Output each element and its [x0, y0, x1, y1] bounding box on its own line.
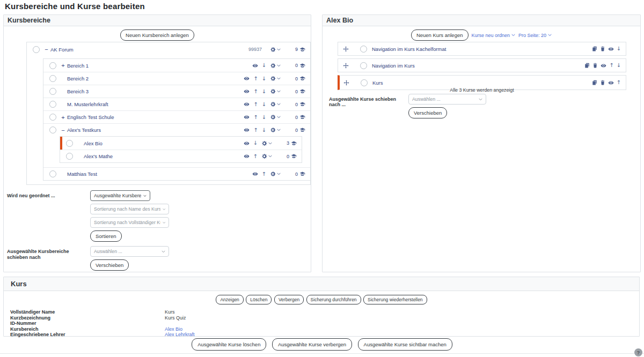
category-checkbox[interactable] — [66, 140, 73, 147]
trash-icon[interactable] — [600, 80, 605, 85]
gear-icon[interactable] — [270, 47, 276, 53]
sort-button[interactable]: Sortieren — [90, 230, 122, 242]
move-categories-button[interactable]: Verschieben — [90, 259, 129, 271]
gear-menu[interactable] — [270, 76, 281, 81]
move-down-icon[interactable]: ↓ — [262, 102, 266, 107]
eye-icon[interactable] — [244, 140, 250, 146]
move-down-icon[interactable]: ↓ — [253, 140, 258, 146]
category-checkbox[interactable] — [49, 101, 56, 108]
collapse-toggle[interactable]: − — [59, 127, 67, 133]
move-down-icon[interactable]: ↓ — [262, 115, 266, 120]
category-checkbox[interactable] — [66, 153, 73, 160]
course-checkbox[interactable] — [360, 62, 367, 69]
hide-selected-courses-button[interactable]: Ausgewählte Kurse verbergen — [272, 338, 352, 351]
category-name-link[interactable]: Bereich 3 — [67, 88, 89, 94]
category-row[interactable]: − Alex's Testkurs ↑ ↓ 0 — [43, 123, 310, 136]
move-courses-button[interactable]: Verschieben — [408, 107, 447, 118]
move-up-icon[interactable]: ↑ — [253, 154, 258, 159]
category-row[interactable]: + Bereich 1 ↓ 0 — [43, 59, 310, 72]
move-down-icon[interactable]: ↓ — [262, 76, 266, 81]
restore-course-button[interactable]: Sicherung wiederherstellen — [363, 295, 427, 304]
move-up-icon[interactable]: ↑ — [617, 80, 621, 85]
category-checkbox[interactable] — [33, 46, 40, 53]
delete-selected-courses-button[interactable]: Ausgewählte Kurse löschen — [192, 338, 266, 351]
category-row[interactable]: + Englisch Test Schule ↑ ↓ 0 — [43, 110, 310, 123]
move-up-icon[interactable]: ↑ — [253, 102, 258, 107]
eye-icon[interactable] — [608, 46, 614, 52]
eye-icon[interactable] — [244, 153, 250, 159]
gear-menu[interactable] — [261, 153, 272, 159]
category-checkbox[interactable] — [49, 127, 56, 133]
move-down-icon[interactable]: ↓ — [262, 89, 266, 94]
category-name-link[interactable]: Alex Bio — [84, 140, 103, 146]
gear-menu[interactable] — [270, 63, 281, 69]
show-course-button[interactable]: Anzeigen — [216, 295, 243, 304]
category-row[interactable]: Alex's Mathe ↑ 0 — [60, 150, 302, 162]
category-row[interactable]: Matthias Test ↑ 0 — [43, 167, 310, 180]
move-handle-icon[interactable] — [343, 80, 349, 86]
course-name-link[interactable]: Kurs — [372, 80, 383, 86]
category-row[interactable]: − AK Forum 99937 9 — [27, 42, 310, 56]
gear-menu[interactable] — [270, 114, 281, 120]
expand-toggle[interactable]: + — [59, 114, 67, 121]
gear-menu[interactable] — [270, 88, 281, 94]
category-row-selected[interactable]: Alex Bio ↓ 3 — [60, 137, 302, 150]
category-sort-select[interactable]: Sortierung nach Name des Kursbereichs — [90, 204, 169, 214]
category-name-link[interactable]: Bereich 1 — [67, 63, 89, 69]
copy-icon[interactable] — [592, 80, 597, 85]
category-name-link[interactable]: AK Forum — [50, 47, 74, 53]
teacher-link[interactable]: Alex Lehrkraft — [165, 332, 195, 338]
gear-icon[interactable] — [270, 101, 276, 107]
move-up-icon[interactable]: ↑ — [609, 63, 613, 68]
eye-icon[interactable] — [601, 63, 606, 69]
create-course-button[interactable]: Neuen Kurs anlegen — [411, 29, 469, 41]
category-checkbox[interactable] — [49, 75, 56, 82]
eye-icon[interactable] — [608, 80, 614, 86]
category-row[interactable]: Bereich 3 ↑ ↓ 0 — [43, 85, 310, 98]
gear-icon[interactable] — [270, 76, 276, 81]
gear-icon[interactable] — [270, 88, 276, 94]
move-up-icon[interactable]: ↑ — [253, 128, 258, 133]
course-checkbox[interactable] — [360, 46, 367, 53]
bulk-action-select[interactable]: Ausgewählte Kursbereiche — [90, 190, 150, 201]
eye-icon[interactable] — [244, 76, 250, 81]
category-row[interactable]: M. Musterlehrkraft ↑ ↓ 0 — [43, 98, 310, 110]
eye-icon[interactable] — [252, 171, 258, 177]
eye-icon[interactable] — [252, 63, 258, 69]
gear-icon[interactable] — [261, 140, 267, 146]
trash-icon[interactable] — [592, 63, 598, 68]
per-page-link[interactable]: Pro Seite: 20 — [518, 33, 552, 38]
move-down-icon[interactable]: ↓ — [262, 63, 266, 68]
gear-icon[interactable] — [270, 171, 276, 177]
course-row[interactable]: Navigation im Kurs Kachelformat ↓ — [338, 42, 626, 56]
category-name-link[interactable]: M. Musterlehrkraft — [67, 101, 108, 107]
gear-menu[interactable] — [270, 47, 281, 53]
backup-course-button[interactable]: Sicherung durchführen — [306, 295, 361, 304]
category-name-link[interactable]: Alex's Mathe — [84, 153, 113, 159]
move-up-icon[interactable]: ↑ — [253, 115, 258, 120]
eye-icon[interactable] — [244, 88, 250, 94]
gear-menu[interactable] — [270, 127, 281, 133]
resort-courses-link[interactable]: Kurse neu ordnen — [472, 33, 516, 38]
eye-icon[interactable] — [244, 127, 250, 133]
category-checkbox[interactable] — [49, 114, 56, 121]
category-checkbox[interactable] — [49, 88, 56, 95]
move-down-icon[interactable]: ↓ — [262, 128, 266, 133]
category-link[interactable]: Alex Bio — [165, 326, 182, 332]
move-categories-select[interactable]: Auswählen ... — [90, 246, 169, 257]
show-selected-courses-button[interactable]: Ausgewählte Kurse sichtbar machen — [358, 338, 452, 351]
course-name-link[interactable]: Navigation im Kurs — [372, 63, 415, 69]
move-courses-select[interactable]: Auswählen ... — [408, 94, 486, 105]
gear-icon[interactable] — [261, 153, 267, 159]
move-up-icon[interactable]: ↑ — [253, 89, 258, 94]
category-name-link[interactable]: Matthias Test — [67, 171, 97, 177]
delete-course-button[interactable]: Löschen — [246, 295, 272, 304]
course-row[interactable]: Navigation im Kurs ↑ ↓ — [338, 58, 626, 72]
move-up-icon[interactable]: ↑ — [262, 172, 266, 177]
move-down-icon[interactable]: ↓ — [617, 46, 621, 51]
copy-icon[interactable] — [584, 63, 590, 68]
move-handle-icon[interactable] — [343, 63, 349, 69]
hide-course-button[interactable]: Verbergen — [274, 295, 304, 304]
gear-menu[interactable] — [270, 101, 281, 107]
category-name-link[interactable]: Alex's Testkurs — [67, 127, 101, 133]
